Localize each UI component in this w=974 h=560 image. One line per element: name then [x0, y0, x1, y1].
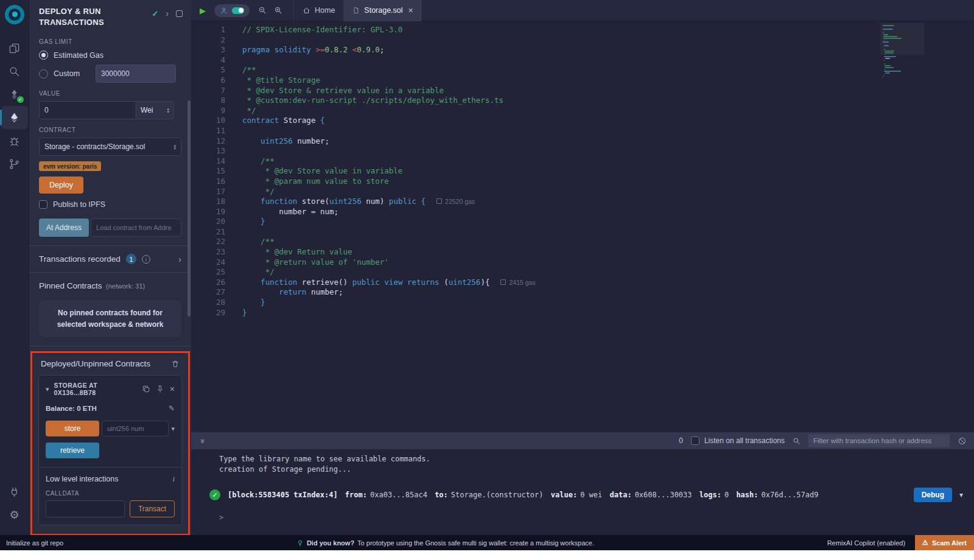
transactions-recorded-row[interactable]: Transactions recorded 1 i ›: [29, 246, 191, 272]
debug-button[interactable]: Debug: [914, 488, 952, 502]
value-input[interactable]: [39, 101, 136, 119]
line-number: 1: [191, 25, 225, 35]
tx-success-check-icon: ✓: [209, 489, 220, 500]
deploy-button[interactable]: Deploy: [39, 177, 83, 194]
run-script-icon[interactable]: ▶: [200, 6, 206, 15]
code-line: [242, 126, 974, 136]
pinned-empty-message: No pinned contracts found for selected w…: [39, 300, 181, 337]
zoom-out-icon[interactable]: [258, 6, 267, 15]
minimap-line: [884, 74, 885, 75]
line-number: 15: [191, 166, 225, 177]
code-editor[interactable]: 1234567891011121314151617181920212223242…: [191, 21, 974, 432]
solidity-compiler-icon[interactable]: ✓: [1, 83, 28, 106]
minimap-line: [884, 49, 885, 50]
transact-button[interactable]: Transact: [130, 500, 175, 517]
settings-icon[interactable]: ⚙: [1, 503, 28, 527]
zoom-in-icon[interactable]: [274, 6, 282, 15]
custom-gas-input[interactable]: [96, 65, 176, 83]
line-number: 26: [191, 278, 225, 288]
circle-slash-icon[interactable]: [958, 436, 967, 446]
collapse-terminal-icon[interactable]: »: [198, 438, 208, 443]
code-line: // SPDX-License-Identifier: GPL-3.0: [242, 25, 974, 35]
transaction-filter-input[interactable]: [808, 434, 950, 447]
git-icon[interactable]: [1, 152, 28, 175]
chevron-right-icon[interactable]: ›: [178, 254, 181, 264]
line-number: 13: [191, 146, 225, 156]
info-icon[interactable]: i: [142, 255, 150, 264]
minimap-line: [884, 45, 889, 46]
plugin-manager-icon[interactable]: [1, 480, 28, 503]
ai-copilot-pill: [214, 4, 250, 17]
terminal-search-icon[interactable]: [793, 437, 801, 445]
code-line: */: [242, 187, 974, 197]
line-number: 3: [191, 45, 225, 55]
line-number: 4: [191, 55, 225, 66]
estimated-gas-radio[interactable]: Estimated Gas: [39, 51, 181, 60]
custom-gas-radio[interactable]: [39, 69, 48, 79]
code-line: /**: [242, 156, 974, 167]
terminal-prompt[interactable]: >: [219, 513, 974, 522]
pin-contract-icon[interactable]: [156, 385, 164, 393]
tab-storage-sol[interactable]: Storage.sol ×: [344, 0, 422, 21]
edit-balance-icon[interactable]: ✎: [169, 404, 175, 413]
minimap-line: [883, 36, 898, 37]
status-bar: Initialize as git repo Did you know? To …: [0, 535, 974, 550]
search-in-files-icon[interactable]: [1, 60, 28, 83]
minimap-line: [883, 25, 894, 26]
value-unit-select[interactable]: Wei ▴▾: [136, 101, 174, 119]
deploy-and-run-icon[interactable]: [1, 106, 28, 129]
close-tab-icon[interactable]: ×: [408, 5, 413, 15]
home-icon: [303, 7, 310, 15]
copilot-toggle[interactable]: [232, 7, 244, 14]
calldata-label: CALLDATA: [46, 490, 175, 497]
remix-logo-icon[interactable]: [5, 5, 24, 24]
code-line: }: [242, 217, 974, 227]
expand-tx-icon[interactable]: ▾: [959, 491, 963, 499]
scam-alert-button[interactable]: ⚠ Scam Alert: [915, 535, 974, 550]
publish-to-ipfs-checkbox[interactable]: Publish to IPFS: [39, 200, 181, 209]
terminal-output: Type the library name to see available c…: [191, 449, 974, 535]
side-panel-scrollbar[interactable]: [187, 100, 191, 317]
transaction-log-row[interactable]: ✓ [block:5583405 txIndex:4] from:0xa03..…: [209, 488, 965, 502]
at-address-input[interactable]: [91, 219, 181, 237]
pin-panel-icon[interactable]: [176, 10, 183, 17]
checkbox-icon: [39, 200, 47, 209]
line-number: 25: [191, 267, 225, 278]
line-number: 28: [191, 298, 225, 308]
code-line: uint256 number;: [242, 136, 974, 147]
ai-assistant-icon[interactable]: [220, 7, 228, 15]
file-explorer-icon[interactable]: [1, 37, 28, 60]
panel-title: DEPLOY & RUN TRANSACTIONS: [39, 6, 130, 27]
collapse-instance-icon[interactable]: ▾: [46, 385, 49, 393]
at-address-button[interactable]: At Address: [39, 219, 89, 237]
store-argument-input[interactable]: [102, 421, 169, 436]
copy-address-icon[interactable]: [142, 385, 150, 393]
contract-instance-card: ▾ STORAGE AT 0X136...8B78 × Balance: 0 E…: [38, 375, 182, 525]
copilot-status[interactable]: RemixAI Copilot (enabled): [827, 539, 905, 547]
pinned-contracts-title: Pinned Contracts: [39, 281, 102, 290]
compile-success-badge-icon: ✓: [17, 96, 24, 103]
terminal-line: Type the library name to see available c…: [219, 454, 974, 464]
low-level-info-icon[interactable]: i: [172, 474, 175, 484]
panel-forward-icon[interactable]: ›: [166, 9, 169, 18]
editor-code[interactable]: // SPDX-License-Identifier: GPL-3.0pragm…: [234, 21, 974, 432]
did-you-know-label: Did you know?: [307, 539, 354, 547]
retrieve-function-button[interactable]: retrieve: [46, 443, 99, 458]
contract-select[interactable]: Storage - contracts/Storage.sol ▴▾: [39, 138, 181, 156]
main-area: ▶ Home Storage.sol: [191, 0, 974, 535]
trash-icon[interactable]: [171, 360, 180, 368]
listen-all-transactions-checkbox[interactable]: Listen on all transactions: [691, 436, 785, 445]
expand-arguments-icon[interactable]: ▾: [171, 425, 175, 433]
code-line: * @dev Return value: [242, 247, 974, 257]
code-line: }: [242, 308, 974, 318]
gas-estimate-hint: 22520 gas: [436, 198, 475, 205]
minimap-line: [883, 41, 889, 43]
contract-selected-value: Storage - contracts/Storage.sol: [44, 142, 145, 151]
debugger-icon[interactable]: [1, 129, 28, 152]
calldata-input[interactable]: [46, 500, 125, 517]
line-number: 27: [191, 287, 225, 298]
store-function-button[interactable]: store: [46, 421, 99, 436]
minimap[interactable]: [883, 25, 922, 78]
remove-instance-icon[interactable]: ×: [170, 385, 175, 393]
tab-home[interactable]: Home: [293, 0, 344, 21]
